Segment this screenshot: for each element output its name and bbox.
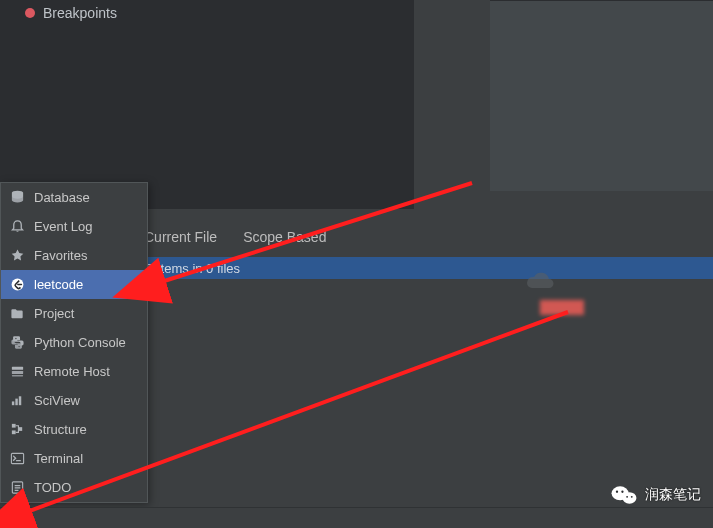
svg-rect-10 — [12, 430, 16, 434]
python-icon — [10, 335, 25, 350]
breakpoints-label: Breakpoints — [43, 5, 117, 21]
terminal-icon — [10, 451, 25, 466]
svg-point-22 — [631, 496, 633, 498]
menu-item-label: Terminal — [34, 451, 83, 466]
todo-icon — [10, 480, 25, 495]
svg-rect-6 — [12, 401, 14, 405]
menu-item-python-console[interactable]: Python Console — [1, 328, 147, 357]
svg-rect-3 — [12, 367, 23, 370]
panel-divider — [414, 0, 417, 209]
wechat-icon — [610, 484, 638, 506]
tool-window-toggle-icon[interactable] — [4, 510, 20, 527]
svg-rect-15 — [7, 511, 17, 522]
sciview-icon — [10, 393, 25, 408]
svg-rect-14 — [4, 511, 6, 522]
menu-item-label: Remote Host — [34, 364, 110, 379]
results-status-text: O items in 0 files — [144, 261, 240, 276]
menu-item-todo[interactable]: TODO — [1, 473, 147, 502]
svg-rect-9 — [12, 424, 16, 428]
tab-scope-based[interactable]: Scope Based — [243, 229, 326, 245]
menu-item-label: Event Log — [34, 219, 93, 234]
menu-item-label: TODO — [34, 480, 71, 495]
menu-item-label: Favorites — [34, 248, 87, 263]
menu-item-sciview[interactable]: SciView — [1, 386, 147, 415]
menu-item-favorites[interactable]: Favorites — [1, 241, 147, 270]
menu-item-label: Database — [34, 190, 90, 205]
menu-item-event-log[interactable]: Event Log — [1, 212, 147, 241]
svg-rect-16 — [18, 511, 20, 522]
menu-item-project[interactable]: Project — [1, 299, 147, 328]
redacted-mark — [540, 300, 584, 315]
tool-window-menu: Database Event Log Favorites leetcode Pr… — [0, 182, 148, 503]
folder-icon — [10, 306, 25, 321]
svg-point-18 — [622, 492, 636, 504]
watermark: 润森笔记 — [610, 484, 701, 506]
menu-item-label: Structure — [34, 422, 87, 437]
menu-item-label: leetcode — [34, 277, 83, 292]
menu-item-label: Project — [34, 306, 74, 321]
cloud-icon — [522, 271, 556, 294]
bell-icon — [10, 219, 25, 234]
menu-item-remote-host[interactable]: Remote Host — [1, 357, 147, 386]
svg-point-20 — [621, 491, 623, 493]
debugger-panel — [0, 0, 414, 209]
svg-rect-12 — [11, 453, 23, 463]
svg-rect-4 — [12, 371, 23, 374]
svg-rect-7 — [15, 399, 17, 406]
host-icon — [10, 364, 25, 379]
svg-rect-8 — [19, 396, 21, 405]
menu-item-database[interactable]: Database — [1, 183, 147, 212]
svg-rect-5 — [12, 375, 23, 376]
star-icon — [10, 248, 25, 263]
menu-item-terminal[interactable]: Terminal — [1, 444, 147, 473]
menu-item-leetcode[interactable]: leetcode — [1, 270, 147, 299]
breakpoints-item[interactable]: Breakpoints — [25, 5, 117, 21]
leetcode-icon — [10, 277, 25, 292]
scope-tabs: Current File Scope Based — [144, 229, 326, 245]
watermark-text: 润森笔记 — [645, 486, 701, 504]
menu-item-label: Python Console — [34, 335, 126, 350]
menu-item-label: SciView — [34, 393, 80, 408]
structure-icon — [10, 422, 25, 437]
menu-item-structure[interactable]: Structure — [1, 415, 147, 444]
tab-current-file[interactable]: Current File — [144, 229, 217, 245]
editor-panel — [490, 0, 713, 191]
database-icon — [10, 190, 25, 205]
breakpoint-dot-icon — [25, 8, 35, 18]
ide-bottom-bar — [0, 507, 713, 528]
svg-point-21 — [626, 496, 628, 498]
svg-point-19 — [616, 491, 618, 493]
svg-rect-2 — [17, 284, 22, 286]
